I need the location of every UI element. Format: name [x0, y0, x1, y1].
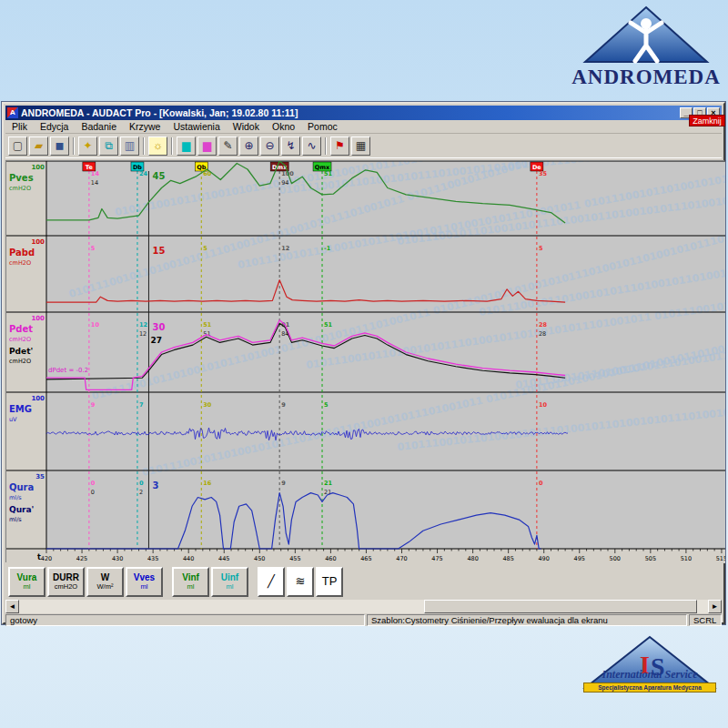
tp-tool-button[interactable]: TP: [316, 567, 343, 597]
x-tick-label: 430: [112, 555, 123, 562]
bulb-icon: ☼: [153, 139, 163, 152]
channel-button-w[interactable]: WW/m²: [86, 567, 124, 597]
channel-label: Uinf: [213, 572, 247, 582]
channel-button-durr[interactable]: DURRcmH2O: [47, 567, 85, 597]
x-tick-label: 470: [396, 555, 407, 562]
channel-unit-qura: ml/s: [9, 494, 22, 501]
scale-pabd: 100: [31, 238, 45, 246]
marker-value-pdet: 28: [539, 321, 548, 329]
marker-value-emg: 9: [91, 401, 96, 409]
menu-edycja[interactable]: Edycja: [34, 120, 76, 133]
andromeda-logo: ANDROMEDA: [569, 5, 723, 89]
menu-widok[interactable]: Widok: [227, 120, 266, 133]
horizontal-scrollbar[interactable]: ◄ ►: [5, 600, 722, 613]
new-document-icon: ▢: [13, 139, 23, 152]
curves-tool-button[interactable]: ≋: [287, 567, 314, 597]
marker-value2-pdet: 12: [139, 330, 147, 338]
marker-pink-button[interactable]: ▆: [197, 136, 217, 156]
titlebar[interactable]: A ANDROMEDA - AUDACT Pro - [Kowalski, Ja…: [5, 106, 722, 120]
marker-value-pves: 35: [539, 170, 548, 177]
scrollbar-thumb[interactable]: [424, 600, 697, 613]
menu-ustawienia[interactable]: Ustawienia: [167, 120, 226, 133]
save-button[interactable]: ◼: [50, 136, 69, 156]
copy-icon: ⧉: [105, 139, 113, 152]
andromeda-triangle-icon: [578, 5, 714, 66]
menu-okno[interactable]: Okno: [266, 120, 301, 133]
channel-unit-emg: uV: [9, 416, 17, 423]
scroll-left-button[interactable]: ◄: [5, 600, 19, 613]
marker-value-emg: 7: [139, 401, 144, 409]
menu-plik[interactable]: Plik: [5, 120, 34, 133]
dpdet-annotation: dPdet = -0.2: [48, 367, 88, 374]
menu-krzywe[interactable]: Krzywe: [123, 120, 167, 133]
chart-icon: ∿: [307, 139, 316, 152]
channel-label-pabd: Pabd: [9, 248, 35, 258]
grid-button[interactable]: ▦: [351, 136, 370, 156]
bulb-button[interactable]: ☼: [148, 136, 167, 156]
channel-unit: ml: [174, 582, 207, 591]
window-title: ANDROMEDA - AUDACT Pro - [Kowalski, Jan;…: [21, 107, 679, 118]
marker-value-pdet: 10: [91, 321, 100, 329]
channel-button-vinf[interactable]: Vinfml: [172, 567, 209, 597]
chart-region[interactable]: 0101110010110100101011101001011010010101…: [5, 160, 724, 562]
paste-icon: ▥: [125, 139, 135, 152]
marker-value-pabd: 5: [91, 245, 96, 252]
zoom-out-button[interactable]: ⊖: [260, 136, 279, 156]
menu-pomoc[interactable]: Pomoc: [301, 120, 344, 133]
channel-label-pves: Pves: [9, 173, 34, 183]
key-icon: ✦: [83, 139, 92, 152]
channel-button-vura[interactable]: Vuraml: [8, 567, 46, 597]
marker-cyan-icon: ▆: [182, 139, 190, 152]
paste-button[interactable]: ▥: [120, 136, 139, 156]
open-folder-button[interactable]: ▰: [29, 136, 48, 156]
scale-pves: 100: [31, 164, 45, 171]
channel-button-vves[interactable]: Vvesml: [126, 567, 163, 597]
app-icon: A: [7, 107, 18, 118]
channel-label: Vura: [10, 572, 44, 582]
marker-value-pves: 51: [324, 170, 333, 177]
zamknij-close-badge[interactable]: Zamknij: [689, 115, 725, 126]
flag-button[interactable]: ⚑: [330, 136, 349, 156]
toolbar-separator: [143, 137, 145, 155]
x-tick-label: 445: [218, 555, 229, 562]
channel-unit2-qura: ml/s: [9, 516, 22, 523]
save-icon: ◼: [56, 139, 65, 152]
marker-value-emg: 10: [539, 401, 548, 409]
marker-value-pves: 14: [91, 170, 100, 177]
marker-value-qura: 0: [91, 480, 96, 487]
grid-icon: ▦: [356, 139, 366, 152]
x-tick-label: 510: [681, 555, 692, 562]
chart-button[interactable]: ∿: [302, 136, 321, 156]
marker-value-emg: 9: [281, 401, 286, 409]
scale-tool-button[interactable]: ╱: [258, 567, 285, 597]
runner-button[interactable]: ↯: [281, 136, 300, 156]
zoom-in-button[interactable]: ⊕: [239, 136, 258, 156]
channel-label-pdet: Pdet: [9, 324, 33, 334]
toolbar-separator: [73, 137, 75, 155]
x-tick-label: 435: [147, 555, 158, 562]
scale-emg: 100: [31, 395, 45, 402]
key-button[interactable]: ✦: [78, 136, 97, 156]
marker-value-pabd: 5: [203, 245, 207, 252]
copy-button[interactable]: ⧉: [99, 136, 118, 156]
status-template: Szablon:Cystometry Ciśnienie/Przepływ ew…: [367, 614, 687, 626]
x-tick-label: 460: [325, 555, 336, 562]
channel-buttons-bar: VuramlDURRcmH2OWW/m²VvesmlVinfmlUinfml╱≋…: [5, 565, 722, 598]
x-tick-label: 420: [41, 555, 52, 562]
marker-cyan-button[interactable]: ▆: [177, 136, 196, 156]
x-tick-label: 515: [716, 555, 725, 562]
marker-value-qura: 0: [139, 480, 144, 487]
scroll-right-button[interactable]: ►: [708, 600, 722, 613]
marker-value-emg: 30: [203, 401, 212, 409]
new-document-button[interactable]: ▢: [8, 136, 27, 156]
menu-badanie[interactable]: Badanie: [75, 120, 123, 133]
x-tick-label: 475: [431, 555, 442, 562]
x-tick-label: 500: [610, 555, 621, 562]
pencil-icon: ✎: [223, 139, 232, 152]
cursor-value2-pdet: 27: [150, 336, 162, 345]
x-tick-label: 455: [289, 555, 300, 562]
marker-value2-pdet: 28: [539, 330, 546, 338]
chart-canvas[interactable]: 0101110010110100101011101001011010010101…: [6, 161, 725, 563]
channel-button-uinf[interactable]: Uinfml: [211, 567, 248, 597]
pencil-button[interactable]: ✎: [218, 136, 238, 156]
